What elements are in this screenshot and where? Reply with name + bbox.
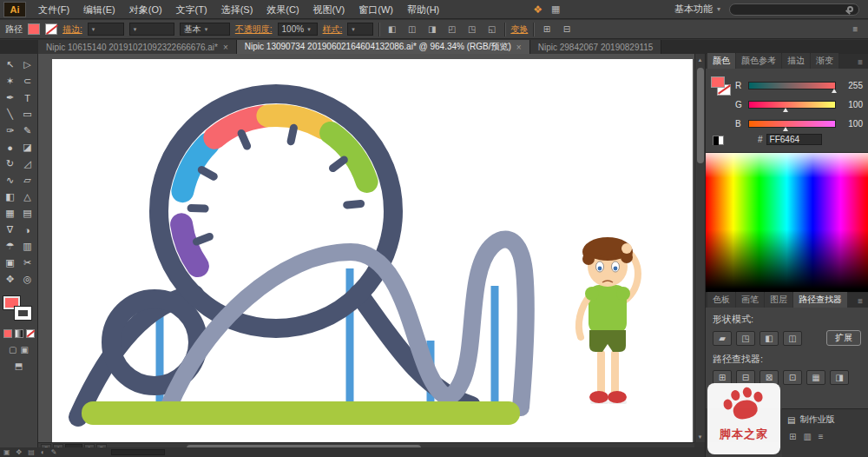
scale-tool[interactable]: ◿ — [19, 156, 36, 172]
outline-button[interactable]: ▦ — [806, 370, 825, 385]
width-tool[interactable]: ∿ — [2, 172, 19, 189]
free-transform-tool[interactable]: ▱ — [19, 172, 36, 189]
exclude-button[interactable]: ◫ — [783, 331, 802, 346]
status-icon-3[interactable]: ▤ — [28, 448, 35, 456]
document-tab-3[interactable]: Nipic 29842067 20190829115 — [530, 40, 662, 54]
stroke-weight-dropdown[interactable]: ▾ — [88, 23, 124, 36]
slider-handle[interactable] — [832, 89, 837, 93]
opacity-panel-link[interactable]: 不透明度: — [235, 23, 273, 36]
menu-object[interactable]: 对象(O) — [122, 0, 169, 19]
tab-stroke[interactable]: 描边 — [782, 53, 810, 69]
stroke-color-swatch[interactable] — [45, 23, 57, 35]
artboard-tool[interactable]: ▣ — [2, 255, 19, 271]
shape-builder-tool[interactable]: ◧ — [2, 189, 19, 205]
brush-definition-dropdown[interactable]: 基本▾ — [180, 23, 230, 36]
menu-help[interactable]: 帮助(H) — [400, 0, 446, 19]
delete-item-icon[interactable]: ▥ — [803, 432, 811, 441]
menu-view[interactable]: 视图(V) — [306, 0, 352, 19]
color-spectrum[interactable] — [706, 152, 868, 293]
document-tab-2-active[interactable]: Nipic 13090734 20190602164604132086.ai* … — [237, 40, 530, 54]
tab-pathfinder[interactable]: 路径查找器 — [793, 292, 847, 308]
unite-button[interactable]: ▰ — [713, 331, 732, 346]
vertical-scroll-thumb[interactable] — [697, 68, 704, 163]
align-bottom-icon[interactable]: ◱ — [484, 23, 499, 36]
variable-width-dropdown[interactable]: ▾ — [129, 23, 174, 36]
color-mode-button[interactable] — [3, 329, 12, 338]
panel-menu-icon[interactable]: ≡ — [854, 295, 866, 308]
panel-fill-swatch[interactable] — [711, 76, 725, 88]
stroke-panel-link[interactable]: 描边: — [62, 23, 82, 36]
slider-handle[interactable] — [783, 108, 788, 112]
new-item-icon[interactable]: ⊞ — [789, 432, 796, 441]
options-icon[interactable]: ≡ — [819, 432, 824, 441]
hand-tool[interactable]: ✥ — [2, 271, 19, 288]
opacity-dropdown[interactable]: 100%▾ — [278, 23, 318, 36]
app-bar-icon[interactable]: ❖ — [533, 3, 542, 16]
gear-tooth[interactable] — [201, 170, 214, 177]
paintbrush-tool[interactable]: ✑ — [2, 123, 19, 139]
intersect-button[interactable]: ◧ — [760, 331, 779, 346]
mesh-tool[interactable]: ▦ — [2, 205, 19, 222]
align-middle-icon[interactable]: ◳ — [464, 23, 479, 36]
mini-panel-header[interactable]: ▤ 制作业版 — [782, 409, 868, 428]
transform-panel-link[interactable]: 变换 — [510, 23, 528, 36]
gear-tooth[interactable] — [191, 209, 205, 209]
blue-slider[interactable] — [748, 120, 836, 128]
rotate-tool[interactable]: ↻ — [2, 156, 19, 172]
tab-swatches[interactable]: 色板 — [707, 292, 735, 308]
selection-tool[interactable]: ↖ — [2, 56, 19, 73]
vertical-scrollbar[interactable]: ▲ ▼ — [694, 54, 705, 442]
slider-handle[interactable] — [783, 127, 788, 131]
gear-tooth[interactable] — [333, 160, 345, 169]
status-icon-4[interactable]: ◐ — [41, 448, 45, 456]
green-slider[interactable] — [748, 101, 836, 109]
green-value[interactable]: 100 — [840, 100, 863, 109]
hex-value-field[interactable]: FF6464 — [766, 134, 822, 145]
blob-brush-tool[interactable]: ● — [2, 139, 19, 156]
symbol-sprayer-tool[interactable]: ☂ — [2, 238, 19, 255]
boy-shorts[interactable] — [589, 330, 626, 352]
scroll-down-icon[interactable]: ▼ — [695, 432, 705, 441]
fill-color-swatch[interactable] — [28, 23, 40, 35]
select-similar-icon[interactable]: ⊟ — [559, 23, 574, 36]
workspace-switcher[interactable]: 基本功能 ▾ — [674, 3, 720, 16]
menu-window[interactable]: 窗口(W) — [352, 0, 400, 19]
menu-select[interactable]: 选择(S) — [214, 0, 260, 19]
none-mode-button[interactable] — [26, 329, 35, 338]
control-panel-menu-icon[interactable]: ≡ — [848, 23, 863, 36]
pencil-tool[interactable]: ✎ — [19, 123, 36, 139]
rectangle-tool[interactable]: ▭ — [19, 106, 36, 123]
blue-value[interactable]: 100 — [840, 119, 863, 129]
align-top-icon[interactable]: ◰ — [444, 23, 459, 36]
slice-tool[interactable]: ✂ — [19, 255, 36, 271]
close-icon[interactable]: × — [516, 43, 522, 52]
minus-front-button[interactable]: ◳ — [736, 331, 755, 346]
boy-shoe[interactable] — [608, 391, 627, 403]
artwork-svg[interactable] — [38, 54, 694, 442]
scroll-up-icon[interactable]: ▲ — [695, 55, 705, 64]
draw-normal-icon[interactable]: ▢ — [9, 345, 16, 354]
boy-hair-side[interactable] — [582, 253, 595, 265]
menu-file[interactable]: 文件(F) — [31, 0, 76, 19]
status-field[interactable] — [111, 449, 165, 455]
isolate-selection-icon[interactable]: ⊞ — [539, 23, 554, 36]
crop-button[interactable]: ⊡ — [783, 370, 802, 385]
align-left-icon[interactable]: ◧ — [385, 23, 399, 36]
screen-mode-icon[interactable]: ⬒ — [15, 361, 23, 371]
black-white-swatch[interactable] — [713, 136, 724, 145]
menu-edit[interactable]: 编辑(E) — [76, 0, 122, 19]
gear-tooth[interactable] — [197, 236, 210, 242]
lasso-tool[interactable]: ⊂ — [19, 73, 36, 89]
align-right-icon[interactable]: ◨ — [424, 23, 439, 36]
arrange-documents-icon[interactable]: ▦ — [551, 3, 560, 15]
close-icon[interactable]: × — [223, 43, 228, 52]
magic-wand-tool[interactable]: ✶ — [2, 73, 19, 89]
gear-tooth[interactable] — [291, 128, 293, 142]
red-slider[interactable] — [748, 82, 836, 89]
type-tool[interactable]: T — [19, 89, 36, 106]
align-center-icon[interactable]: ◫ — [404, 23, 419, 36]
eyedropper-tool[interactable]: ∇ — [2, 222, 19, 238]
gradient-mode-button[interactable] — [15, 329, 23, 338]
blend-tool[interactable]: ◑ — [19, 222, 36, 238]
red-value[interactable]: 255 — [840, 81, 863, 90]
